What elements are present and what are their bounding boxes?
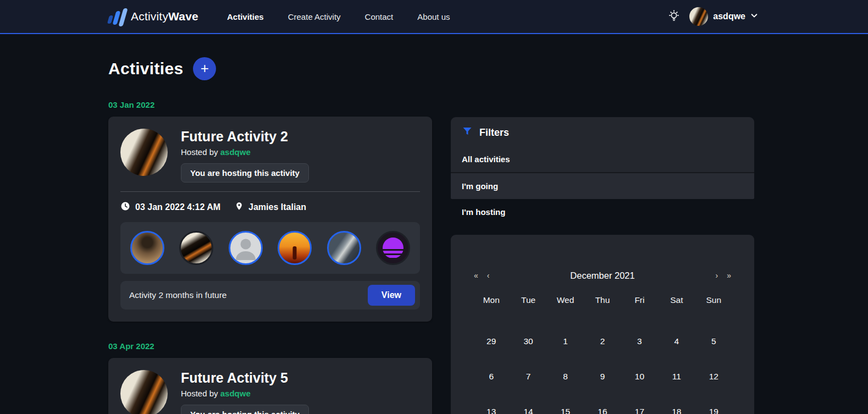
page-header: Activities + xyxy=(108,57,868,80)
activity-card-footer: Activity 2 months in future View xyxy=(120,281,420,310)
page-title: Activities xyxy=(108,59,183,78)
nav-link-about-us[interactable]: About us xyxy=(417,12,450,21)
attendee-avatar-retrowave-sun[interactable] xyxy=(376,231,410,265)
navbar-right: asdqwe xyxy=(667,7,758,26)
add-activity-button[interactable]: + xyxy=(193,57,216,80)
calendar-day[interactable]: 2 xyxy=(584,324,621,359)
activity-venue: Jamies Italian xyxy=(248,202,306,212)
calendar-panel: « ‹ December 2021 › » Mon Tue Wed Thu Fr… xyxy=(451,235,754,414)
hosting-badge: You are hosting this activity xyxy=(181,405,309,414)
calendar-prev-controls: « ‹ xyxy=(473,270,490,281)
card-divider xyxy=(120,191,420,192)
calendar-day[interactable]: 3 xyxy=(621,324,658,359)
calendar-day[interactable]: 1 xyxy=(547,324,584,359)
next-month-button[interactable]: › xyxy=(715,270,720,281)
attendee-avatar-dark-flame-figure[interactable] xyxy=(179,231,213,265)
view-activity-button[interactable]: View xyxy=(368,285,415,306)
activity-card: Future Activity 2 Hosted by asdqwe You a… xyxy=(108,117,432,322)
calendar-day[interactable]: 14 xyxy=(510,394,546,414)
venue-item: Jamies Italian xyxy=(235,201,306,213)
main-content: Activities + 03 Jan 2022 Future Activity… xyxy=(0,57,868,414)
activity-card-header: Future Activity 2 Hosted by asdqwe You a… xyxy=(120,129,420,183)
nav-link-activities[interactable]: Activities xyxy=(227,12,264,21)
wave-logo-icon xyxy=(108,7,125,26)
attendee-avatar-default-placeholder[interactable] xyxy=(229,231,263,265)
weekday-label: Sat xyxy=(658,295,695,310)
sidebar-column: Filters All activities I'm going I'm hos… xyxy=(451,117,754,414)
calendar-day[interactable]: 18 xyxy=(658,394,695,414)
weekday-label: Tue xyxy=(510,295,546,310)
calendar-day[interactable]: 11 xyxy=(658,359,695,394)
calendar-day[interactable]: 6 xyxy=(473,359,510,394)
filter-option-im-hosting[interactable]: I'm hosting xyxy=(451,199,754,225)
clock-icon xyxy=(120,201,130,213)
prev-year-button[interactable]: « xyxy=(473,270,479,281)
calendar-day[interactable]: 13 xyxy=(473,394,510,414)
theme-toggle-button[interactable] xyxy=(667,9,681,24)
activity-description: Activity 2 months in future xyxy=(129,290,226,300)
weekday-label: Fri xyxy=(621,295,658,310)
attendee-avatar-sunset-silhouette[interactable] xyxy=(278,231,312,265)
weekday-label: Wed xyxy=(547,295,584,310)
nav-link-contact[interactable]: Contact xyxy=(365,12,394,21)
username-label: asdqwe xyxy=(713,12,745,21)
activity-card: Future Activity 5 Hosted by asdqwe You a… xyxy=(108,358,432,414)
brand-name: ActivityWave xyxy=(131,10,198,23)
nav-link-create-activity[interactable]: Create Activity xyxy=(288,12,341,21)
hosting-badge: You are hosting this activity xyxy=(181,163,309,183)
filter-option-im-going[interactable]: I'm going xyxy=(451,173,754,199)
calendar-day[interactable]: 9 xyxy=(584,359,621,394)
calendar-day[interactable]: 15 xyxy=(547,394,584,414)
host-link[interactable]: asdqwe xyxy=(220,389,251,398)
calendar-month-label: December 2021 xyxy=(490,271,714,281)
datetime-item: 03 Jan 2022 4:12 AM xyxy=(120,201,220,213)
plus-icon: + xyxy=(201,61,209,75)
brand-name-second: Wave xyxy=(168,10,198,23)
calendar-day[interactable]: 7 xyxy=(510,359,546,394)
host-link[interactable]: asdqwe xyxy=(220,147,251,157)
activity-card-header: Future Activity 5 Hosted by asdqwe You a… xyxy=(120,370,420,414)
filters-title: Filters xyxy=(479,127,509,139)
calendar-day[interactable]: 19 xyxy=(695,394,732,414)
brand-logo[interactable]: ActivityWave xyxy=(108,7,198,26)
activities-column: 03 Jan 2022 Future Activity 2 Hosted by … xyxy=(108,80,432,414)
activity-host-avatar xyxy=(120,370,168,414)
activity-title: Future Activity 5 xyxy=(181,370,309,386)
user-menu[interactable]: asdqwe xyxy=(689,7,758,26)
hosted-by-line: Hosted by asdqwe xyxy=(181,389,309,398)
activity-datetime: 03 Jan 2022 4:12 AM xyxy=(135,202,220,212)
filters-panel: Filters All activities I'm going I'm hos… xyxy=(451,117,754,225)
activity-host-avatar xyxy=(120,129,168,176)
activity-card-titles: Future Activity 2 Hosted by asdqwe You a… xyxy=(181,129,309,183)
calendar-day[interactable]: 16 xyxy=(584,394,621,414)
hosted-by-prefix: Hosted by xyxy=(181,389,218,398)
filters-header: Filters xyxy=(451,117,754,146)
navbar: ActivityWave Activities Create Activity … xyxy=(0,0,868,34)
funnel-icon xyxy=(462,126,473,139)
calendar-day[interactable]: 17 xyxy=(621,394,658,414)
calendar-day[interactable]: 30 xyxy=(510,324,546,359)
filter-option-all-activities[interactable]: All activities xyxy=(451,146,754,173)
attendee-avatar-white-haired-warrior[interactable] xyxy=(327,231,361,265)
calendar-day[interactable]: 29 xyxy=(473,324,510,359)
calendar-weekday-row: Mon Tue Wed Thu Fri Sat Sun xyxy=(473,295,732,310)
date-group-heading: 03 Apr 2022 xyxy=(108,341,432,351)
lightbulb-icon xyxy=(667,9,681,24)
calendar-day[interactable]: 10 xyxy=(621,359,658,394)
hosted-by-line: Hosted by asdqwe xyxy=(181,147,309,157)
calendar-next-controls: › » xyxy=(715,270,732,281)
calendar-day[interactable]: 5 xyxy=(695,324,732,359)
next-year-button[interactable]: » xyxy=(726,270,732,281)
calendar-day[interactable]: 8 xyxy=(547,359,584,394)
calendar-day[interactable]: 12 xyxy=(695,359,732,394)
attendees-strip xyxy=(120,222,420,274)
prev-month-button[interactable]: ‹ xyxy=(486,270,491,281)
content-columns: 03 Jan 2022 Future Activity 2 Hosted by … xyxy=(108,80,868,414)
date-group-heading: 03 Jan 2022 xyxy=(108,100,432,109)
calendar-day[interactable]: 4 xyxy=(658,324,695,359)
weekday-label: Sun xyxy=(695,295,732,310)
attendee-avatar-hooded-traveler[interactable] xyxy=(130,231,164,265)
user-avatar xyxy=(689,7,708,26)
calendar-days-grid: 29 30 1 2 3 4 5 6 7 8 9 10 11 12 13 14 1 xyxy=(473,324,732,414)
nav-links: Activities Create Activity Contact About… xyxy=(227,12,450,21)
